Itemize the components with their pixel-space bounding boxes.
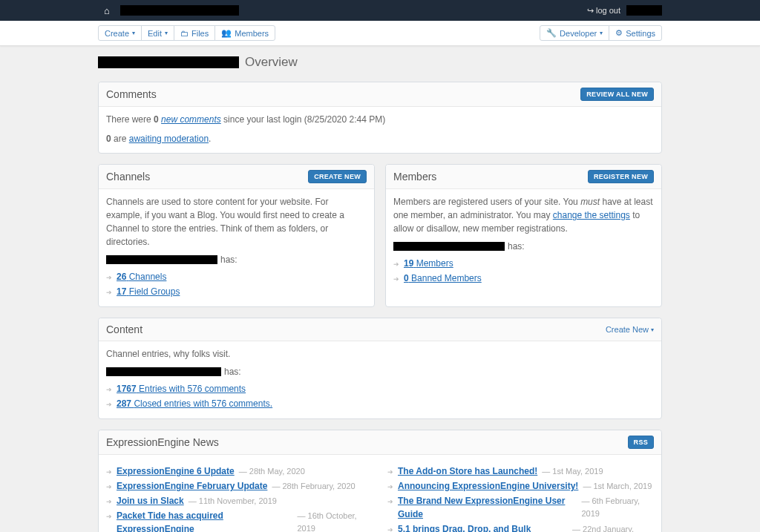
content-panel: Content Create New ▾ Channel entries, wh…: [98, 318, 662, 419]
logout-label: log out: [596, 6, 620, 15]
arrow-icon: ➔: [387, 497, 393, 508]
chevron-down-icon: ▾: [600, 30, 603, 36]
create-button[interactable]: Create ▾: [98, 25, 142, 41]
list-item: ➔ 17 Field Groups: [106, 284, 367, 299]
arrow-icon: ➔: [393, 275, 399, 285]
edit-button[interactable]: Edit ▾: [141, 25, 174, 41]
news-link[interactable]: 5.1 brings Drag, Drop, and Bulk Uploads: [398, 522, 568, 532]
members-icon: 👥: [221, 28, 232, 38]
news-link[interactable]: The Add-on Store has Launched!: [398, 464, 537, 478]
toolbar-left: Create ▾ Edit ▾ 🗀 Files 👥 Members: [98, 25, 275, 41]
arrow-icon: ➔: [393, 260, 399, 270]
members-heading: Members: [393, 171, 436, 183]
news-col-left: ➔ ExpressionEngine 6 Update — 28th May, …: [106, 464, 373, 532]
news-link[interactable]: ExpressionEngine February Update: [117, 479, 267, 493]
news-item: ➔ Packet Tide has acquired ExpressionEng…: [106, 508, 373, 532]
news-link[interactable]: Packet Tide has acquired ExpressionEngin…: [117, 509, 293, 532]
site-name-redacted: [393, 242, 505, 251]
list-item: ➔ 26 Channels: [106, 269, 367, 284]
content-list: ➔ 1767 Entries with 576 comments ➔ 287 C…: [106, 381, 654, 411]
list-item: ➔ 0 Banned Members: [393, 271, 654, 286]
channels-panel: Channels CREATE NEW Channels are used to…: [98, 164, 375, 307]
change-settings-link[interactable]: change the settings: [553, 210, 630, 220]
comments-heading: Comments: [106, 88, 157, 100]
comments-panel: Comments REVIEW ALL NEW There were 0 new…: [98, 82, 662, 154]
channels-link[interactable]: 26 Channels: [117, 270, 166, 283]
arrow-icon: ➔: [387, 525, 393, 532]
gear-icon: ⚙: [615, 28, 623, 38]
logout-link[interactable]: ↪ log out: [587, 6, 620, 16]
news-link[interactable]: Announcing ExpressionEngine University!: [398, 479, 578, 493]
awaiting-moderation-link[interactable]: awaiting moderation: [129, 134, 209, 144]
page-title-redacted: [98, 56, 239, 68]
list-item: ➔ 1767 Entries with 576 comments: [106, 381, 654, 396]
news-item: ➔ Join us in Slack — 11th November, 2019: [106, 493, 373, 508]
chevron-down-icon: ▾: [132, 30, 135, 36]
chevron-down-icon: ▾: [651, 326, 654, 333]
news-item: ➔ Announcing ExpressionEngine University…: [387, 479, 654, 493]
new-comments-link[interactable]: new comments: [161, 114, 221, 125]
field-groups-link[interactable]: 17 Field Groups: [117, 285, 180, 298]
members-button[interactable]: 👥 Members: [214, 25, 275, 41]
members-panel: Members REGISTER NEW Members are registe…: [385, 164, 662, 307]
settings-button[interactable]: ⚙ Settings: [609, 25, 662, 41]
members-desc: Members are registered users of your sit…: [393, 195, 654, 235]
site-name-redacted: [106, 255, 217, 264]
comments-line2: 0 are awaiting moderation.: [106, 132, 654, 145]
topbar: ⌂ ↪ log out: [0, 0, 760, 21]
arrow-icon: ➔: [106, 482, 112, 493]
site-name-redacted: [120, 5, 239, 16]
page-title: Overview: [98, 55, 662, 70]
register-new-button[interactable]: REGISTER NEW: [588, 170, 654, 183]
news-col-right: ➔ The Add-on Store has Launched! — 1st M…: [387, 464, 654, 532]
news-panel: ExpressionEngine News RSS ➔ ExpressionEn…: [98, 430, 662, 532]
arrow-icon: ➔: [106, 512, 112, 522]
site-name-redacted: [106, 367, 221, 376]
channels-desc: Channels are used to store content for y…: [106, 195, 367, 249]
comments-line1: There were 0 new comments since your las…: [106, 113, 654, 126]
members-link[interactable]: 19 Members: [404, 257, 453, 270]
channels-create-new-button[interactable]: CREATE NEW: [308, 170, 367, 183]
main-container: Overview Comments REVIEW ALL NEW There w…: [98, 46, 662, 532]
news-link[interactable]: ExpressionEngine 6 Update: [117, 464, 235, 478]
news-item: ➔ ExpressionEngine 6 Update — 28th May, …: [106, 464, 373, 479]
arrow-icon: ➔: [387, 482, 393, 493]
chevron-down-icon: ▾: [165, 30, 168, 36]
arrow-icon: ➔: [106, 273, 112, 283]
toolbar: Create ▾ Edit ▾ 🗀 Files 👥 Members 🔧 Deve…: [0, 21, 760, 46]
home-icon[interactable]: ⌂: [98, 5, 116, 16]
members-list: ➔ 19 Members ➔ 0 Banned Members: [393, 256, 654, 286]
content-desc: Channel entries, why folks visit.: [106, 347, 654, 361]
arrow-icon: ➔: [106, 288, 112, 298]
arrow-icon: ➔: [387, 467, 393, 478]
news-item: ➔ The Add-on Store has Launched! — 1st M…: [387, 464, 654, 479]
page-title-suffix: Overview: [245, 55, 298, 70]
toolbar-right: 🔧 Developer ▾ ⚙ Settings: [540, 25, 662, 41]
files-button[interactable]: 🗀 Files: [174, 25, 215, 41]
channels-list: ➔ 26 Channels ➔ 17 Field Groups: [106, 269, 367, 299]
rss-button[interactable]: RSS: [628, 436, 654, 449]
wrench-icon: 🔧: [546, 28, 557, 38]
news-item: ➔ ExpressionEngine February Update — 28t…: [106, 479, 373, 493]
entries-link[interactable]: 1767 Entries with 576 comments: [117, 382, 246, 395]
news-heading: ExpressionEngine News: [106, 436, 219, 448]
banned-members-link[interactable]: 0 Banned Members: [404, 272, 482, 285]
arrow-icon: ➔: [106, 385, 112, 395]
developer-button[interactable]: 🔧 Developer ▾: [540, 25, 609, 41]
user-menu-redacted[interactable]: [626, 5, 662, 16]
content-create-new[interactable]: Create New ▾: [606, 325, 654, 334]
closed-entries-link[interactable]: 287 Closed entries with 576 comments.: [117, 397, 272, 410]
files-icon: 🗀: [180, 29, 189, 38]
list-item: ➔ 19 Members: [393, 256, 654, 271]
news-item: ➔ 5.1 brings Drag, Drop, and Bulk Upload…: [387, 522, 654, 532]
channels-heading: Channels: [106, 171, 150, 183]
news-item: ➔ The Brand New ExpressionEngine User Gu…: [387, 493, 654, 522]
news-link[interactable]: The Brand New ExpressionEngine User Guid…: [398, 494, 577, 521]
review-all-new-button[interactable]: REVIEW ALL NEW: [580, 88, 654, 101]
arrow-icon: ➔: [106, 467, 112, 478]
news-link[interactable]: Join us in Slack: [117, 494, 184, 508]
arrow-icon: ➔: [106, 400, 112, 410]
arrow-icon: ➔: [106, 497, 112, 508]
list-item: ➔ 287 Closed entries with 576 comments.: [106, 396, 654, 411]
content-heading: Content: [106, 324, 142, 335]
